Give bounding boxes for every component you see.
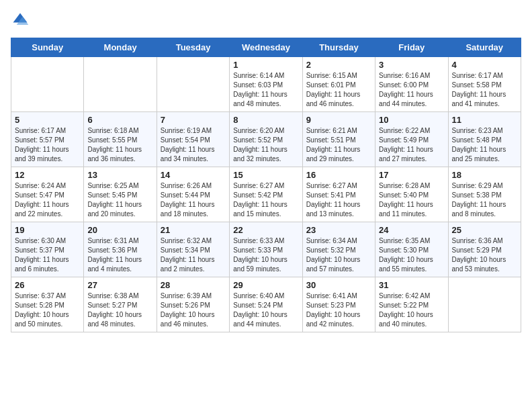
calendar-cell: 28Sunrise: 6:39 AM Sunset: 5:26 PM Dayli… [157, 277, 229, 332]
day-number: 12 [15, 170, 80, 180]
day-number: 14 [161, 170, 226, 180]
calendar-cell: 9Sunrise: 6:21 AM Sunset: 5:51 PM Daylig… [302, 112, 375, 167]
weekday-header-row: SundayMondayTuesdayWednesdayThursdayFrid… [11, 38, 521, 57]
calendar-cell [448, 277, 521, 332]
day-info: Sunrise: 6:26 AM Sunset: 5:44 PM Dayligh… [161, 181, 226, 219]
calendar-table: SundayMondayTuesdayWednesdayThursdayFrid… [11, 38, 521, 332]
day-info: Sunrise: 6:22 AM Sunset: 5:49 PM Dayligh… [379, 126, 444, 164]
calendar-cell: 4Sunrise: 6:17 AM Sunset: 5:58 PM Daylig… [448, 57, 521, 112]
header [11, 11, 521, 30]
day-info: Sunrise: 6:38 AM Sunset: 5:27 PM Dayligh… [87, 291, 152, 329]
day-number: 18 [452, 170, 517, 180]
calendar-cell: 3Sunrise: 6:16 AM Sunset: 6:00 PM Daylig… [375, 57, 448, 112]
day-number: 21 [161, 225, 226, 235]
day-info: Sunrise: 6:14 AM Sunset: 6:03 PM Dayligh… [233, 71, 298, 109]
weekday-header-friday: Friday [375, 38, 448, 57]
day-info: Sunrise: 6:15 AM Sunset: 6:01 PM Dayligh… [306, 71, 371, 109]
weekday-header-wednesday: Wednesday [230, 38, 302, 57]
day-info: Sunrise: 6:31 AM Sunset: 5:36 PM Dayligh… [87, 236, 152, 274]
calendar-cell: 1Sunrise: 6:14 AM Sunset: 6:03 PM Daylig… [230, 57, 302, 112]
day-info: Sunrise: 6:20 AM Sunset: 5:52 PM Dayligh… [233, 126, 298, 164]
day-number: 20 [87, 225, 152, 235]
day-number: 16 [306, 170, 371, 180]
day-number: 8 [233, 115, 298, 125]
calendar-cell: 30Sunrise: 6:41 AM Sunset: 5:23 PM Dayli… [302, 277, 375, 332]
day-info: Sunrise: 6:23 AM Sunset: 5:48 PM Dayligh… [452, 126, 517, 164]
calendar-week-row: 19Sunrise: 6:30 AM Sunset: 5:37 PM Dayli… [11, 222, 521, 277]
weekday-header-saturday: Saturday [448, 38, 521, 57]
day-info: Sunrise: 6:27 AM Sunset: 5:41 PM Dayligh… [306, 181, 371, 219]
calendar-cell: 19Sunrise: 6:30 AM Sunset: 5:37 PM Dayli… [11, 222, 84, 277]
day-number: 10 [379, 115, 444, 125]
calendar-week-row: 5Sunrise: 6:17 AM Sunset: 5:57 PM Daylig… [11, 112, 521, 167]
weekday-header-sunday: Sunday [11, 38, 84, 57]
day-number: 11 [452, 115, 517, 125]
calendar-cell: 12Sunrise: 6:24 AM Sunset: 5:47 PM Dayli… [11, 167, 84, 222]
calendar-cell: 20Sunrise: 6:31 AM Sunset: 5:36 PM Dayli… [84, 222, 157, 277]
day-info: Sunrise: 6:16 AM Sunset: 6:00 PM Dayligh… [379, 71, 444, 109]
calendar-cell: 24Sunrise: 6:35 AM Sunset: 5:30 PM Dayli… [375, 222, 448, 277]
day-info: Sunrise: 6:17 AM Sunset: 5:58 PM Dayligh… [452, 71, 517, 109]
calendar-cell: 26Sunrise: 6:37 AM Sunset: 5:28 PM Dayli… [11, 277, 84, 332]
day-number: 23 [306, 225, 371, 235]
calendar-cell: 16Sunrise: 6:27 AM Sunset: 5:41 PM Dayli… [302, 167, 375, 222]
day-info: Sunrise: 6:39 AM Sunset: 5:26 PM Dayligh… [161, 291, 226, 329]
calendar-cell: 13Sunrise: 6:25 AM Sunset: 5:45 PM Dayli… [84, 167, 157, 222]
day-number: 19 [15, 225, 80, 235]
day-info: Sunrise: 6:33 AM Sunset: 5:33 PM Dayligh… [233, 236, 298, 274]
logo [11, 11, 32, 30]
day-info: Sunrise: 6:35 AM Sunset: 5:30 PM Dayligh… [379, 236, 444, 274]
calendar-week-row: 1Sunrise: 6:14 AM Sunset: 6:03 PM Daylig… [11, 57, 521, 112]
day-number: 5 [15, 115, 80, 125]
calendar-cell: 25Sunrise: 6:36 AM Sunset: 5:29 PM Dayli… [448, 222, 521, 277]
day-info: Sunrise: 6:30 AM Sunset: 5:37 PM Dayligh… [15, 236, 80, 274]
day-number: 2 [306, 60, 371, 70]
weekday-header-tuesday: Tuesday [157, 38, 229, 57]
day-info: Sunrise: 6:37 AM Sunset: 5:28 PM Dayligh… [15, 291, 80, 329]
calendar-cell [11, 57, 84, 112]
day-number: 13 [87, 170, 152, 180]
day-number: 26 [15, 280, 80, 290]
day-number: 24 [379, 225, 444, 235]
logo-icon [11, 11, 30, 30]
day-number: 30 [306, 280, 371, 290]
calendar-cell: 15Sunrise: 6:27 AM Sunset: 5:42 PM Dayli… [230, 167, 302, 222]
day-number: 15 [233, 170, 298, 180]
calendar-cell: 10Sunrise: 6:22 AM Sunset: 5:49 PM Dayli… [375, 112, 448, 167]
day-number: 7 [161, 115, 226, 125]
calendar-cell: 7Sunrise: 6:19 AM Sunset: 5:54 PM Daylig… [157, 112, 229, 167]
weekday-header-monday: Monday [84, 38, 157, 57]
calendar-cell: 6Sunrise: 6:18 AM Sunset: 5:55 PM Daylig… [84, 112, 157, 167]
calendar-week-row: 12Sunrise: 6:24 AM Sunset: 5:47 PM Dayli… [11, 167, 521, 222]
day-info: Sunrise: 6:24 AM Sunset: 5:47 PM Dayligh… [15, 181, 80, 219]
calendar-cell: 5Sunrise: 6:17 AM Sunset: 5:57 PM Daylig… [11, 112, 84, 167]
day-info: Sunrise: 6:18 AM Sunset: 5:55 PM Dayligh… [87, 126, 152, 164]
day-info: Sunrise: 6:21 AM Sunset: 5:51 PM Dayligh… [306, 126, 371, 164]
calendar-cell: 18Sunrise: 6:29 AM Sunset: 5:38 PM Dayli… [448, 167, 521, 222]
calendar-cell: 21Sunrise: 6:32 AM Sunset: 5:34 PM Dayli… [157, 222, 229, 277]
calendar-cell: 17Sunrise: 6:28 AM Sunset: 5:40 PM Dayli… [375, 167, 448, 222]
calendar-cell: 31Sunrise: 6:42 AM Sunset: 5:22 PM Dayli… [375, 277, 448, 332]
day-info: Sunrise: 6:29 AM Sunset: 5:38 PM Dayligh… [452, 181, 517, 219]
calendar-cell: 2Sunrise: 6:15 AM Sunset: 6:01 PM Daylig… [302, 57, 375, 112]
day-number: 6 [87, 115, 152, 125]
calendar-cell [157, 57, 229, 112]
day-info: Sunrise: 6:25 AM Sunset: 5:45 PM Dayligh… [87, 181, 152, 219]
day-info: Sunrise: 6:27 AM Sunset: 5:42 PM Dayligh… [233, 181, 298, 219]
calendar-cell: 11Sunrise: 6:23 AM Sunset: 5:48 PM Dayli… [448, 112, 521, 167]
day-number: 1 [233, 60, 298, 70]
calendar-cell: 14Sunrise: 6:26 AM Sunset: 5:44 PM Dayli… [157, 167, 229, 222]
day-number: 3 [379, 60, 444, 70]
calendar-cell: 8Sunrise: 6:20 AM Sunset: 5:52 PM Daylig… [230, 112, 302, 167]
calendar-cell [84, 57, 157, 112]
day-info: Sunrise: 6:17 AM Sunset: 5:57 PM Dayligh… [15, 126, 80, 164]
day-number: 17 [379, 170, 444, 180]
day-info: Sunrise: 6:36 AM Sunset: 5:29 PM Dayligh… [452, 236, 517, 274]
day-number: 31 [379, 280, 444, 290]
day-number: 28 [161, 280, 226, 290]
day-number: 29 [233, 280, 298, 290]
calendar-week-row: 26Sunrise: 6:37 AM Sunset: 5:28 PM Dayli… [11, 277, 521, 332]
weekday-header-thursday: Thursday [302, 38, 375, 57]
day-number: 25 [452, 225, 517, 235]
day-info: Sunrise: 6:32 AM Sunset: 5:34 PM Dayligh… [161, 236, 226, 274]
